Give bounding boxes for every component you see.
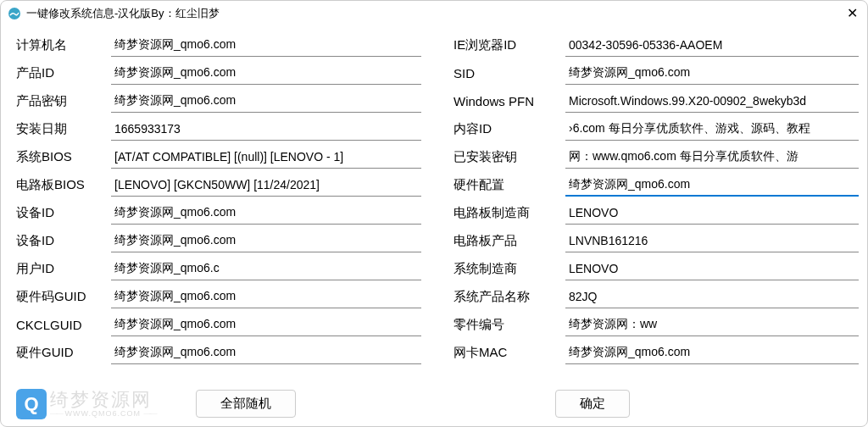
field-row: 零件编号	[447, 311, 859, 339]
right-column: IE浏览器IDSIDWindows PFN内容ID已安装密钥硬件配置电路板制造商…	[447, 31, 859, 367]
right-field-input-11[interactable]	[569, 346, 855, 359]
field-label: 设备ID	[9, 233, 111, 249]
left-field-input-5[interactable]	[114, 178, 418, 191]
field-row: 网卡MAC	[447, 339, 859, 367]
left-field-input-6[interactable]	[114, 206, 418, 219]
field-input-wrap	[111, 314, 421, 336]
left-field-input-3[interactable]	[114, 122, 418, 136]
field-row: 设备ID	[9, 227, 421, 255]
right-field-input-2[interactable]	[569, 94, 855, 108]
field-input-wrap	[111, 230, 421, 252]
left-field-input-9[interactable]	[114, 290, 418, 303]
field-label: 硬件码GUID	[9, 289, 111, 305]
field-row: 电路板制造商	[447, 199, 859, 227]
window-title: 一键修改系统信息-汉化版By：红尘旧梦	[26, 6, 843, 21]
field-input-wrap	[565, 63, 859, 85]
field-input-wrap	[565, 230, 859, 252]
left-field-input-2[interactable]	[114, 94, 418, 108]
field-label: CKCLGUID	[9, 318, 111, 332]
field-label: Windows PFN	[447, 94, 565, 108]
field-row: 系统产品名称	[447, 283, 859, 311]
field-input-wrap	[565, 35, 859, 57]
watermark-main: 绮梦资源网	[50, 390, 156, 410]
right-field-input-6[interactable]	[569, 206, 855, 219]
field-input-wrap	[565, 147, 859, 169]
field-input-wrap	[565, 286, 859, 308]
right-field-input-10[interactable]	[569, 318, 855, 331]
field-row: 硬件GUID	[9, 339, 421, 367]
field-input-wrap	[565, 258, 859, 280]
field-input-wrap	[565, 202, 859, 225]
field-input-wrap	[111, 119, 421, 141]
field-row: 设备ID	[9, 199, 421, 227]
field-label: 电路板BIOS	[9, 177, 111, 193]
confirm-button[interactable]: 确定	[555, 390, 630, 418]
field-input-wrap	[111, 63, 421, 85]
left-field-input-8[interactable]	[114, 262, 418, 275]
field-row: 产品ID	[9, 59, 421, 87]
right-field-input-8[interactable]	[569, 262, 855, 275]
field-label: 产品密钥	[9, 93, 111, 109]
field-label: 电路板制造商	[447, 205, 565, 221]
right-field-input-9[interactable]	[569, 290, 855, 303]
field-label: SID	[447, 66, 565, 80]
field-label: 已安装密钥	[447, 149, 565, 165]
field-label: 内容ID	[447, 121, 565, 137]
left-field-input-10[interactable]	[114, 318, 418, 331]
right-field-input-5[interactable]	[569, 178, 855, 191]
watermark: Q 绮梦资源网 WWW.QMO6.COM	[16, 389, 156, 419]
app-icon	[8, 7, 21, 20]
randomize-button[interactable]: 全部随机	[196, 390, 296, 418]
field-row: 硬件码GUID	[9, 283, 421, 311]
field-input-wrap	[565, 119, 859, 141]
field-row: 系统制造商	[447, 255, 859, 283]
right-field-input-0[interactable]	[569, 38, 855, 52]
titlebar: 一键修改系统信息-汉化版By：红尘旧梦 ✕	[1, 1, 867, 26]
field-label: IE浏览器ID	[447, 37, 565, 53]
field-row: Windows PFN	[447, 87, 859, 115]
field-row: SID	[447, 59, 859, 87]
field-row: 硬件配置	[447, 171, 859, 199]
field-row: CKCLGUID	[9, 311, 421, 339]
field-label: 计算机名	[9, 37, 111, 53]
right-field-input-4[interactable]	[569, 150, 855, 164]
field-row: 内容ID	[447, 115, 859, 143]
field-row: 电路板产品	[447, 227, 859, 255]
left-field-input-1[interactable]	[114, 66, 418, 80]
field-row: IE浏览器ID	[447, 31, 859, 59]
left-column: 计算机名产品ID产品密钥安装日期系统BIOS电路板BIOS设备ID设备ID用户I…	[9, 31, 421, 367]
field-label: 电路板产品	[447, 233, 565, 249]
field-label: 零件编号	[447, 317, 565, 333]
field-input-wrap	[111, 286, 421, 308]
field-input-wrap	[111, 202, 421, 225]
field-input-wrap	[111, 258, 421, 280]
right-field-input-1[interactable]	[569, 66, 855, 80]
close-button[interactable]: ✕	[843, 5, 860, 22]
field-row: 安装日期	[9, 115, 421, 143]
field-input-wrap	[111, 91, 421, 113]
field-label: 安装日期	[9, 121, 111, 137]
field-row: 用户ID	[9, 255, 421, 283]
field-label: 产品ID	[9, 65, 111, 81]
field-input-wrap	[565, 342, 859, 364]
watermark-sub: WWW.QMO6.COM	[50, 410, 156, 419]
left-field-input-7[interactable]	[114, 234, 418, 247]
left-field-input-0[interactable]	[114, 38, 418, 52]
field-label: 硬件GUID	[9, 345, 111, 361]
field-input-wrap	[111, 175, 421, 197]
field-input-wrap	[565, 314, 859, 336]
right-field-input-7[interactable]	[569, 234, 855, 247]
watermark-logo: Q	[16, 389, 47, 419]
field-input-wrap	[111, 147, 421, 169]
field-label: 用户ID	[9, 261, 111, 277]
left-field-input-11[interactable]	[114, 346, 418, 359]
field-input-wrap	[111, 342, 421, 364]
right-field-input-3[interactable]	[569, 122, 855, 136]
left-field-input-4[interactable]	[114, 150, 418, 164]
field-row: 计算机名	[9, 31, 421, 59]
field-label: 系统制造商	[447, 261, 565, 277]
field-row: 已安装密钥	[447, 143, 859, 171]
bottom-bar: Q 绮梦资源网 WWW.QMO6.COM	[1, 389, 867, 419]
field-label: 系统BIOS	[9, 149, 111, 165]
field-label: 设备ID	[9, 205, 111, 221]
